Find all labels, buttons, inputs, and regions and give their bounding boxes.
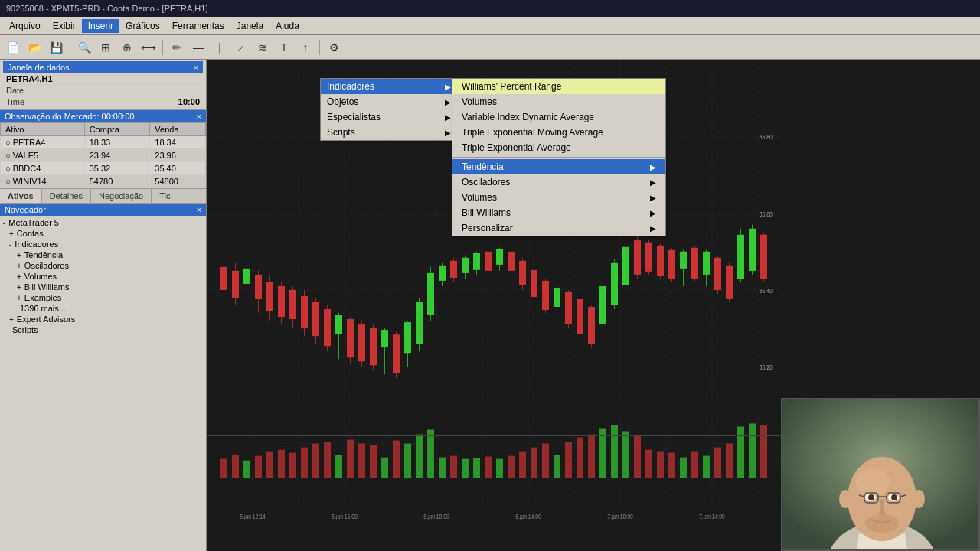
menu-osciladores[interactable]: Osciladores ▶ bbox=[452, 174, 665, 190]
market-table: Ativo Compra Venda ○ PETRA4 18.33 18.34 … bbox=[0, 122, 206, 188]
nav-icon-bill-williams: + bbox=[17, 283, 21, 292]
arrow-tendencia: ▶ bbox=[650, 163, 656, 171]
toolbar-zoom-fit[interactable]: ⟷ bbox=[139, 38, 158, 57]
svg-rect-149 bbox=[622, 432, 629, 478]
svg-rect-31 bbox=[289, 290, 296, 319]
svg-rect-119 bbox=[278, 450, 285, 478]
toolbar-hline[interactable]: — bbox=[188, 38, 208, 57]
svg-rect-139 bbox=[508, 456, 514, 478]
toolbar-cursor[interactable]: ✏ bbox=[167, 38, 187, 57]
toolbar-new[interactable]: 📄 bbox=[3, 38, 23, 57]
svg-point-178 bbox=[856, 468, 890, 496]
menu-tendencia[interactable]: Tendência ▶ bbox=[452, 159, 665, 174]
svg-rect-114 bbox=[220, 459, 227, 478]
menu-exibir[interactable]: Exibir bbox=[47, 19, 82, 33]
menu-l2[interactable]: Williams' Percent Range Volumes Variable… bbox=[452, 78, 666, 236]
menu-personalizar[interactable]: Personalizar ▶ bbox=[452, 220, 665, 236]
svg-rect-150 bbox=[634, 436, 641, 478]
svg-rect-142 bbox=[542, 444, 549, 478]
svg-rect-61 bbox=[462, 258, 469, 273]
svg-rect-144 bbox=[565, 442, 572, 478]
toolbar-save[interactable]: 💾 bbox=[46, 38, 66, 57]
nav-item-indicadores[interactable]: -Indicadores bbox=[0, 239, 206, 249]
svg-rect-118 bbox=[266, 452, 273, 478]
svg-rect-73 bbox=[531, 270, 537, 297]
svg-rect-109 bbox=[737, 235, 744, 279]
nav-item-1396mais[interactable]: 1396 mais... bbox=[0, 303, 206, 314]
market-row[interactable]: ○ WINIV14 54780 54800 bbox=[1, 175, 206, 188]
svg-rect-160 bbox=[749, 423, 756, 478]
svg-rect-125 bbox=[347, 440, 354, 478]
tab-detalhes[interactable]: Detalhes bbox=[42, 189, 91, 203]
menu-l1-objetos[interactable]: Objetos ▶ bbox=[321, 94, 457, 109]
menu-l1-scripts[interactable]: Scripts ▶ bbox=[321, 125, 457, 140]
menu-graficos[interactable]: Gráficos bbox=[119, 19, 166, 33]
menu-ferramentas[interactable]: Ferramentas bbox=[166, 19, 230, 33]
svg-rect-77 bbox=[554, 288, 560, 307]
sell-cell: 23.96 bbox=[150, 149, 206, 162]
svg-rect-156 bbox=[703, 456, 710, 478]
toolbar-zoom-in[interactable]: 🔍 bbox=[74, 38, 94, 57]
menu-volumes[interactable]: Volumes bbox=[452, 94, 665, 109]
svg-rect-134 bbox=[450, 456, 457, 478]
market-watch-close-btn[interactable]: × bbox=[197, 112, 201, 121]
svg-rect-155 bbox=[691, 452, 698, 478]
svg-text:5.jan 12:14: 5.jan 12:14 bbox=[240, 513, 266, 520]
menu-triple-exp-moving[interactable]: Triple Exponential Moving Average bbox=[452, 125, 665, 140]
nav-item-examples[interactable]: +Examples bbox=[0, 292, 206, 303]
menu-l1-indicadores[interactable]: Indicadores ▶ bbox=[321, 79, 457, 94]
nav-item-scripts[interactable]: Scripts bbox=[0, 324, 206, 335]
nav-item-contas[interactable]: +Contas bbox=[0, 228, 206, 239]
time-label: Time bbox=[6, 97, 24, 106]
toolbar-grid[interactable]: ⊞ bbox=[96, 38, 116, 57]
svg-rect-115 bbox=[232, 455, 239, 478]
toolbar-period[interactable]: ⚙ bbox=[324, 38, 344, 57]
menu-inserir[interactable]: Inserir bbox=[82, 19, 119, 33]
arrow-volumes: ▶ bbox=[650, 194, 656, 202]
svg-rect-35 bbox=[312, 302, 319, 336]
main-layout: Janela de dados × PETRA4,H1 Date Time 10… bbox=[0, 60, 980, 551]
nav-item-volumes[interactable]: +Volumes bbox=[0, 271, 206, 282]
market-row[interactable]: ○ PETRA4 18.33 18.34 bbox=[1, 136, 206, 149]
navigator-close-btn[interactable]: × bbox=[197, 205, 201, 214]
toolbar-vline[interactable]: | bbox=[210, 38, 230, 57]
toolbar-text[interactable]: T bbox=[274, 38, 294, 57]
nav-item-metatrader5[interactable]: -MetaTrader 5 bbox=[0, 217, 206, 228]
menu-volumes2[interactable]: Volumes ▶ bbox=[452, 190, 665, 205]
svg-text:35.80: 35.80 bbox=[760, 133, 773, 141]
symbol-value: PETRA4,H1 bbox=[6, 74, 53, 83]
data-window-close-btn[interactable]: × bbox=[194, 63, 198, 72]
toolbar-crosshair[interactable]: ⊕ bbox=[117, 38, 137, 57]
svg-text:6.jan 10:00: 6.jan 10:00 bbox=[423, 513, 449, 520]
market-row[interactable]: ○ VALE5 23.94 23.96 bbox=[1, 149, 206, 162]
tab-ativos[interactable]: Ativos bbox=[0, 189, 42, 203]
market-row[interactable]: ○ BBDC4 35.32 35.40 bbox=[1, 162, 206, 175]
svg-rect-89 bbox=[622, 247, 629, 285]
menu-l1[interactable]: Indicadores ▶ Objetos ▶ Especialistas ▶ … bbox=[320, 78, 458, 141]
toolbar-fib[interactable]: ≋ bbox=[253, 38, 273, 57]
menu-arquivo[interactable]: Arquivo bbox=[3, 19, 47, 33]
svg-text:35.60: 35.60 bbox=[760, 210, 773, 218]
tab-negociacao[interactable]: Negociação bbox=[91, 189, 152, 203]
tab-tic[interactable]: Tic bbox=[152, 189, 178, 203]
nav-item-expert-advisors[interactable]: +Expert Advisors bbox=[0, 314, 206, 324]
menu-janela[interactable]: Janela bbox=[230, 19, 270, 33]
nav-icon-tendencia: + bbox=[17, 251, 21, 259]
menu-l1-especialistas[interactable]: Especialistas ▶ bbox=[321, 109, 457, 125]
menu-triple-exp[interactable]: Triple Exponential Average bbox=[452, 140, 665, 155]
toolbar-trendline[interactable]: ⟋ bbox=[231, 38, 251, 57]
toolbar-arrow[interactable]: ↑ bbox=[296, 38, 315, 57]
svg-rect-55 bbox=[427, 273, 434, 315]
nav-item-tendencia[interactable]: +Tendência bbox=[0, 249, 206, 260]
toolbar-open[interactable]: 📂 bbox=[24, 38, 44, 57]
menu-variable-index[interactable]: Variable Index Dynamic Average bbox=[452, 109, 665, 125]
svg-rect-116 bbox=[243, 461, 250, 478]
menu-bill-williams[interactable]: Bill Williams ▶ bbox=[452, 205, 665, 220]
nav-item-osciladores[interactable]: +Osciladores bbox=[0, 260, 206, 271]
nav-icon-volumes: + bbox=[17, 272, 21, 281]
menu-williams-percent[interactable]: Williams' Percent Range bbox=[452, 79, 665, 94]
svg-rect-140 bbox=[519, 452, 526, 478]
nav-item-bill-williams[interactable]: +Bill Williams bbox=[0, 282, 206, 292]
menu-ajuda[interactable]: Ajuda bbox=[270, 19, 305, 33]
data-window-title: Janela de dados bbox=[8, 63, 70, 72]
